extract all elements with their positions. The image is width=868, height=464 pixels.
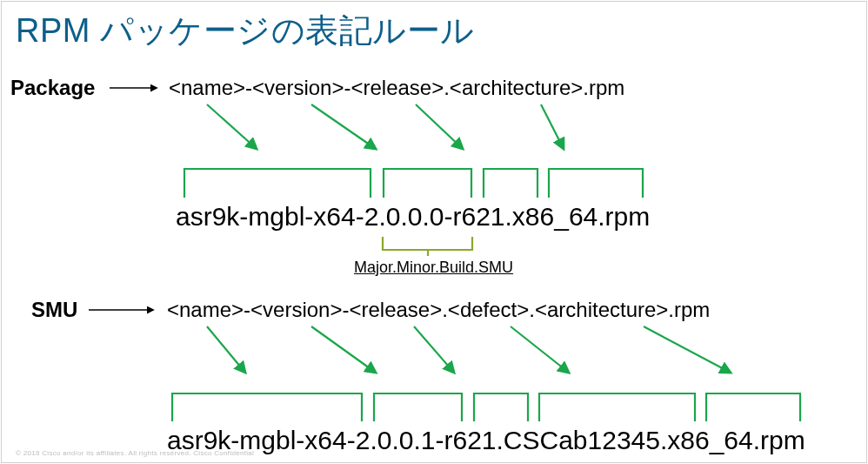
footer-text: © 2018 Cisco and/or its affiliates. All … [16,449,254,457]
smu-pattern: <name>-<version>-<release>.<defect>.<arc… [167,298,710,322]
svg-line-2 [207,104,257,149]
smu-example: asr9k-mgbl-x64-2.0.0.1-r621.CSCab12345.x… [167,426,805,455]
package-pattern: <name>-<version>-<release>.<architecture… [169,76,624,100]
svg-line-8 [311,326,376,373]
package-label: Package [10,76,95,100]
slide-title: RPM パッケージの表記ルール [16,9,475,53]
svg-line-10 [511,326,569,373]
svg-line-7 [207,326,245,373]
svg-line-9 [414,326,454,373]
svg-line-3 [311,104,376,149]
svg-line-4 [416,104,463,149]
svg-line-11 [644,326,731,373]
package-example: asr9k-mgbl-x64-2.0.0.0-r621.x86_64.rpm [176,202,650,232]
smu-label: SMU [31,298,77,322]
slide: RPM パッケージの表記ルール Package <name>-<version>… [1,1,867,463]
svg-line-5 [541,104,564,149]
version-legend: Major.Minor.Build.SMU [354,259,513,277]
diagram-overlay [2,2,868,464]
